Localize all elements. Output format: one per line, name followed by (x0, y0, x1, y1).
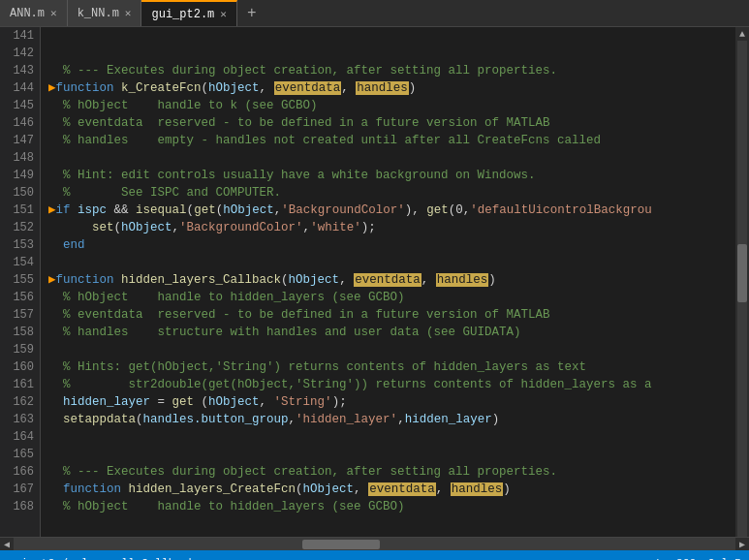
line-number: 156 (0, 289, 34, 306)
line-number: 158 (0, 324, 34, 341)
line-number: 151 (0, 202, 34, 219)
line-number: 167 (0, 481, 34, 498)
code-line: % str2double(get(hObject,'String')) retu… (48, 376, 735, 393)
status-bar: gui_pt2 / clear_all_Callback Ln 300 Col … (0, 550, 749, 560)
tab-gui-label: gui_pt2.m (151, 8, 214, 21)
status-col: Col 5 (707, 556, 741, 561)
tab-gui-close[interactable]: ✕ (220, 8, 227, 20)
tab-knn-label: k_NN.m (78, 7, 119, 20)
line-number: 154 (0, 254, 34, 271)
code-line (48, 149, 735, 167)
code-line: % --- Executes during object creation, a… (48, 463, 735, 481)
scroll-thumb-h[interactable] (302, 540, 380, 549)
code-line: ▶function k_CreateFcn(hObject, eventdata… (48, 79, 735, 97)
code-line: end (48, 236, 735, 254)
status-right: Ln 300 Col 5 (656, 556, 741, 561)
scroll-up-arrow[interactable]: ▲ (735, 27, 749, 41)
tab-knn[interactable]: k_NN.m ✕ (68, 0, 142, 26)
code-line: % handles structure with handles and use… (48, 324, 735, 341)
code-line: set(hObject,'BackgroundColor','white'); (48, 219, 735, 236)
code-line (48, 254, 735, 271)
line-number: 146 (0, 114, 34, 132)
code-line (48, 45, 735, 62)
line-number: 145 (0, 97, 34, 114)
line-number: 157 (0, 306, 34, 324)
code-line: % hObject handle to hidden_layers (see G… (48, 498, 735, 515)
code-line: ▶if ispc && isequal(get(hObject,'Backgro… (48, 202, 735, 219)
line-number: 164 (0, 428, 34, 446)
code-line: ▶function hidden_layers_Callback(hObject… (48, 271, 735, 289)
code-line: hidden_layer = get (hObject, 'String'); (48, 393, 735, 411)
line-number: 155 (0, 271, 34, 289)
line-number: 149 (0, 167, 34, 184)
line-number: 144 (0, 79, 34, 97)
code-line: % hObject handle to k (see GCBO) (48, 97, 735, 114)
code-line: % eventdata reserved - to be defined in … (48, 114, 735, 132)
line-number: 168 (0, 498, 34, 515)
editor-area: 1411421431441451461471481491501511521531… (0, 27, 749, 537)
status-file-context: gui_pt2 / clear_all_Callback (8, 556, 195, 561)
code-line: % hObject handle to hidden_layers (see G… (48, 289, 735, 306)
code-line: % eventdata reserved - to be defined in … (48, 306, 735, 324)
code-line: function hidden_layers_CreateFcn(hObject… (48, 481, 735, 498)
code-line: % Hints: get(hObject,'String') returns c… (48, 358, 735, 376)
tab-gui[interactable]: gui_pt2.m ✕ (141, 0, 236, 26)
code-line: % See ISPC and COMPUTER. (48, 184, 735, 202)
line-number: 143 (0, 62, 34, 79)
line-number: 161 (0, 376, 34, 393)
scroll-track-v[interactable] (737, 41, 747, 537)
code-line (48, 341, 735, 358)
code-line (48, 27, 735, 45)
scroll-right-arrow[interactable]: ▶ (735, 538, 749, 550)
line-number: 163 (0, 411, 34, 428)
line-number: 153 (0, 236, 34, 254)
line-number: 165 (0, 446, 34, 463)
vertical-scrollbar[interactable]: ▲ ▼ (735, 27, 749, 537)
line-numbers: 1411421431441451461471481491501511521531… (0, 27, 41, 537)
line-number: 150 (0, 184, 34, 202)
code-line: setappdata(handles.button_group,'hidden_… (48, 411, 735, 428)
status-left: gui_pt2 / clear_all_Callback (8, 556, 195, 561)
code-line: % Hint: edit controls usually have a whi… (48, 167, 735, 184)
line-number: 148 (0, 149, 34, 167)
line-number: 159 (0, 341, 34, 358)
line-number: 152 (0, 219, 34, 236)
status-ln: Ln 300 (656, 556, 696, 561)
code-area[interactable]: % --- Executes during object creation, a… (41, 27, 735, 537)
line-number: 166 (0, 463, 34, 481)
tab-ann-close[interactable]: ✕ (50, 7, 57, 19)
scroll-thumb-v[interactable] (737, 244, 747, 302)
line-number: 142 (0, 45, 34, 62)
code-line (48, 446, 735, 463)
line-number: 160 (0, 358, 34, 376)
tab-knn-close[interactable]: ✕ (125, 7, 132, 19)
line-number: 141 (0, 27, 34, 45)
tab-add-button[interactable]: + (237, 0, 266, 26)
line-number: 147 (0, 132, 34, 149)
scroll-track-h[interactable] (14, 538, 735, 550)
tab-ann[interactable]: ANN.m ✕ (0, 0, 68, 26)
code-line: % handles empty - handles not created un… (48, 132, 735, 149)
scroll-left-arrow[interactable]: ◀ (0, 538, 14, 550)
tab-ann-label: ANN.m (10, 7, 45, 20)
code-line: % --- Executes during object creation, a… (48, 62, 735, 79)
tab-bar: ANN.m ✕ k_NN.m ✕ gui_pt2.m ✕ + (0, 0, 749, 27)
code-line (48, 428, 735, 446)
horizontal-scrollbar[interactable]: ◀ ▶ (0, 537, 749, 550)
line-number: 162 (0, 393, 34, 411)
